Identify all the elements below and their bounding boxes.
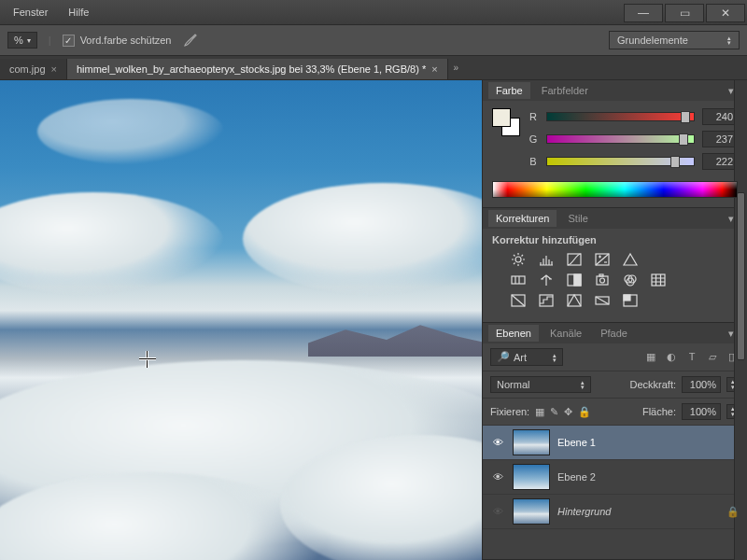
color-balance-icon[interactable] [537, 272, 556, 288]
svg-point-0 [515, 257, 521, 262]
color-spectrum[interactable] [492, 181, 738, 198]
window-minimize[interactable]: — [624, 4, 663, 22]
adjustments-panel: Korrekturen Stile ▾≡ Korrektur hinzufüge… [483, 208, 747, 323]
brightness-icon[interactable] [509, 251, 528, 268]
lock-transparency-icon[interactable]: ▦ [535, 406, 544, 418]
layer-thumbnail[interactable] [513, 464, 550, 490]
photo-filter-icon[interactable] [593, 272, 612, 288]
b-label: B [528, 156, 539, 167]
menu-fenster[interactable]: Fenster [4, 3, 57, 21]
mountain-ridge [308, 323, 482, 357]
layer-thumbnail[interactable] [513, 429, 550, 455]
layer-list: 👁 Ebene 1 👁 Ebene 2 👁 Hintergrund 🔒 [483, 426, 747, 559]
channel-mixer-icon[interactable] [621, 272, 640, 288]
svg-rect-8 [599, 274, 603, 276]
window-close[interactable]: ✕ [706, 4, 745, 22]
options-bar: %▾ | ✓ Vord.farbe schützen Grundelemente… [0, 24, 747, 56]
workspace-dropdown[interactable]: Grundelemente ▴▾ [609, 31, 740, 49]
layer-filter-kind[interactable]: 🔎Art▴▾ [490, 348, 563, 366]
title-bar: Fenster Hilfe — ▭ ✕ [0, 0, 747, 24]
filter-shape-icon[interactable]: ▱ [706, 351, 719, 363]
lock-label: Fixieren: [490, 406, 529, 417]
lock-icon: 🔒 [726, 506, 740, 518]
hue-icon[interactable] [509, 272, 528, 288]
threshold-icon[interactable] [565, 292, 584, 309]
svg-rect-6 [597, 276, 608, 285]
lock-all-icon[interactable]: 🔒 [578, 406, 591, 418]
levels-icon[interactable] [537, 251, 556, 268]
opacity-label: Deckkraft: [629, 379, 676, 390]
fill-label: Fläche: [642, 406, 676, 417]
svg-point-7 [600, 278, 605, 283]
curves-icon[interactable] [565, 251, 584, 268]
tab-stile[interactable]: Stile [560, 210, 595, 227]
layer-opacity-value[interactable]: 100% [682, 376, 721, 393]
vertical-scrollbar[interactable] [734, 80, 747, 560]
g-slider[interactable] [546, 134, 695, 144]
layer-row[interactable]: 👁 Ebene 2 [483, 460, 747, 495]
document-image [0, 80, 482, 560]
posterize-icon[interactable] [537, 292, 556, 309]
exposure-icon[interactable] [593, 251, 612, 268]
layer-thumbnail[interactable] [513, 498, 550, 525]
filter-pixel-icon[interactable]: ▦ [644, 351, 657, 363]
fg-bg-swatches[interactable] [492, 108, 520, 136]
tab-overflow[interactable]: » [454, 63, 459, 73]
filter-adjust-icon[interactable]: ◐ [665, 351, 678, 363]
opacity-field[interactable]: %▾ [7, 32, 37, 49]
svg-rect-18 [624, 295, 630, 301]
r-label: R [528, 111, 539, 122]
svg-rect-3 [512, 276, 525, 284]
adjustments-title: Korrektur hinzufügen [492, 234, 738, 245]
g-label: G [528, 133, 539, 145]
tab-doc2[interactable]: himmel_wolken_by_archaeopteryx_stocks.jp… [67, 59, 448, 79]
lock-pixels-icon[interactable]: ✎ [550, 406, 558, 418]
vibrance-icon[interactable] [621, 251, 640, 268]
b-value[interactable]: 222 [702, 153, 738, 170]
r-value[interactable]: 240 [702, 108, 738, 125]
svg-rect-12 [652, 274, 665, 286]
r-slider[interactable] [546, 112, 695, 121]
color-lookup-icon[interactable] [649, 272, 668, 288]
visibility-icon[interactable]: 👁 [490, 471, 505, 483]
gradient-map-icon[interactable] [593, 292, 612, 309]
menu-hilfe[interactable]: Hilfe [59, 3, 98, 21]
window-maximize[interactable]: ▭ [665, 4, 704, 22]
svg-rect-15 [568, 295, 581, 306]
tab-pfade[interactable]: Pfade [593, 325, 635, 342]
crosshair-cursor [139, 351, 156, 368]
bw-icon[interactable] [565, 272, 584, 288]
protect-fg-checkbox[interactable]: ✓ Vord.farbe schützen [63, 35, 172, 47]
document-tabs: com.jpg× himmel_wolken_by_archaeopteryx_… [0, 56, 747, 80]
tab-doc1[interactable]: com.jpg× [0, 59, 67, 79]
tab-korrekturen[interactable]: Korrekturen [488, 210, 557, 227]
close-icon[interactable]: × [51, 63, 57, 75]
tab-kanaele[interactable]: Kanäle [543, 325, 589, 342]
selective-color-icon[interactable] [621, 292, 640, 309]
layer-row[interactable]: 👁 Ebene 1 [483, 426, 747, 460]
layer-name[interactable]: Ebene 1 [557, 437, 740, 448]
visibility-icon[interactable]: 👁 [490, 506, 505, 517]
layer-fill-value[interactable]: 100% [682, 403, 721, 420]
blend-mode-dropdown[interactable]: Normal▴▾ [490, 376, 591, 393]
b-slider[interactable] [546, 157, 695, 166]
layer-row[interactable]: 👁 Hintergrund 🔒 [483, 495, 747, 529]
layer-name[interactable]: Hintergrund [557, 506, 719, 517]
filter-type-icon[interactable]: T [685, 351, 698, 363]
tab-farbe[interactable]: Farbe [488, 82, 530, 99]
layers-panel: Ebenen Kanäle Pfade ▾≡ 🔎Art▴▾ ▦ ◐ T ▱ ◫ … [483, 323, 747, 560]
brush-icon[interactable] [182, 32, 199, 49]
lock-position-icon[interactable]: ✥ [564, 406, 572, 418]
layer-name[interactable]: Ebene 2 [557, 471, 740, 483]
panels-column: Farbe Farbfelder ▾≡ R 240 [482, 80, 747, 560]
g-value[interactable]: 237 [702, 131, 738, 147]
svg-rect-5 [574, 274, 581, 286]
tab-ebenen[interactable]: Ebenen [488, 325, 539, 342]
invert-icon[interactable] [509, 292, 528, 309]
canvas[interactable] [0, 80, 482, 560]
color-panel: Farbe Farbfelder ▾≡ R 240 [483, 80, 747, 208]
tab-farbfelder[interactable]: Farbfelder [534, 82, 596, 99]
close-icon[interactable]: × [431, 63, 437, 75]
visibility-icon[interactable]: 👁 [490, 437, 505, 448]
